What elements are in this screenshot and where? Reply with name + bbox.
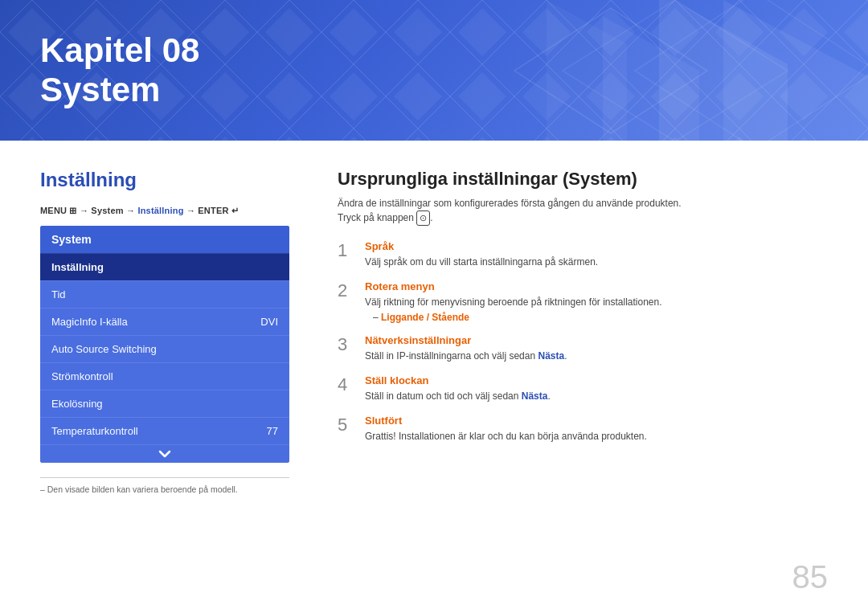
- menu-item-label: MagicInfo I-källa: [51, 316, 128, 328]
- step-content: Rotera menyn Välj riktning för menyvisni…: [365, 280, 828, 323]
- step-heading: Språk: [365, 240, 828, 252]
- steps-list: 1 Språk Välj språk om du vill starta ins…: [338, 240, 828, 443]
- main-content: Inställning MENU ⊞ → System → Inställnin…: [0, 141, 868, 613]
- menu-item-label: Tid: [51, 288, 66, 300]
- menu-item-value: DVI: [260, 316, 278, 328]
- step-2: 2 Rotera menyn Välj riktning för menyvis…: [338, 280, 828, 323]
- step-desc: Grattis! Installationen är klar och du k…: [365, 429, 828, 443]
- menu-item-value: 77: [267, 425, 278, 437]
- step-content: Nätverksinställningar Ställ in IP-instäl…: [365, 334, 828, 363]
- step-heading: Nätverksinställningar: [365, 334, 828, 346]
- step-sub: Liggande / Stående: [365, 312, 828, 323]
- menu-item-label: Ekolösning: [51, 398, 103, 410]
- right-column: Ursprungliga inställningar (System) Ändr…: [338, 169, 828, 589]
- right-column-title: Ursprungliga inställningar (System): [338, 169, 828, 190]
- step-number: 5: [338, 415, 354, 435]
- step-number: 1: [338, 240, 354, 261]
- system-menu-header: System: [40, 226, 289, 253]
- menu-item-label: Temperaturkontroll: [51, 425, 138, 437]
- step-content: Slutfört Grattis! Installationen är klar…: [365, 415, 828, 443]
- menu-item-label: Auto Source Switching: [51, 343, 157, 355]
- step-content: Ställ klockan Ställ in datum och tid och…: [365, 374, 828, 403]
- step-number: 3: [338, 334, 354, 355]
- section-title: Inställning: [40, 169, 289, 191]
- step-content: Språk Välj språk om du vill starta instä…: [365, 240, 828, 269]
- menu-item-magicinfo[interactable]: MagicInfo I-källa DVI: [40, 308, 289, 335]
- page-number: 85: [792, 559, 829, 595]
- step-heading: Slutfört: [365, 415, 828, 427]
- menu-item-stromkontroll[interactable]: Strömkontroll: [40, 362, 289, 390]
- menu-item-tid[interactable]: Tid: [40, 280, 289, 308]
- step-desc: Välj riktning för menyvisning beroende p…: [365, 295, 828, 309]
- left-column: Inställning MENU ⊞ → System → Inställnin…: [40, 169, 289, 589]
- step-desc: Ställ in IP-inställningarna och välj sed…: [365, 349, 828, 363]
- menu-chevron[interactable]: [40, 444, 289, 463]
- menu-item-ekolösning[interactable]: Ekolösning: [40, 390, 289, 417]
- system-menu: System Inställning Tid MagicInfo I-källa…: [40, 226, 289, 463]
- chapter-title: Kapitel 08 System: [40, 31, 199, 109]
- page-header: Kapitel 08 System: [0, 0, 868, 141]
- step-number: 4: [338, 374, 354, 395]
- footer-note: – Den visade bilden kan variera beroende…: [40, 477, 289, 494]
- menu-item-label: Inställning: [51, 261, 104, 273]
- chevron-down-icon: [158, 450, 171, 458]
- step-number: 2: [338, 280, 354, 301]
- right-subtitle: Ändra de inställningar som konfigurerade…: [338, 196, 828, 226]
- menu-item-temperatur[interactable]: Temperaturkontroll 77: [40, 417, 289, 444]
- header-title: Kapitel 08 System: [40, 31, 199, 109]
- step-1: 1 Språk Välj språk om du vill starta ins…: [338, 240, 828, 269]
- step-5: 5 Slutfört Grattis! Installationen är kl…: [338, 415, 828, 443]
- step-4: 4 Ställ klockan Ställ in datum och tid o…: [338, 374, 828, 403]
- menu-item-label: Strömkontroll: [51, 370, 113, 382]
- step-heading: Rotera menyn: [365, 280, 828, 292]
- menu-path: MENU ⊞ → System → Inställning → ENTER ↵: [40, 206, 289, 216]
- menu-item-auto-source[interactable]: Auto Source Switching: [40, 335, 289, 362]
- step-3: 3 Nätverksinställningar Ställ in IP-inst…: [338, 334, 828, 363]
- menu-item-installning[interactable]: Inställning: [40, 253, 289, 280]
- step-desc: Välj språk om du vill starta inställning…: [365, 255, 828, 269]
- step-desc: Ställ in datum och tid och välj sedan Nä…: [365, 389, 828, 403]
- step-heading: Ställ klockan: [365, 374, 828, 386]
